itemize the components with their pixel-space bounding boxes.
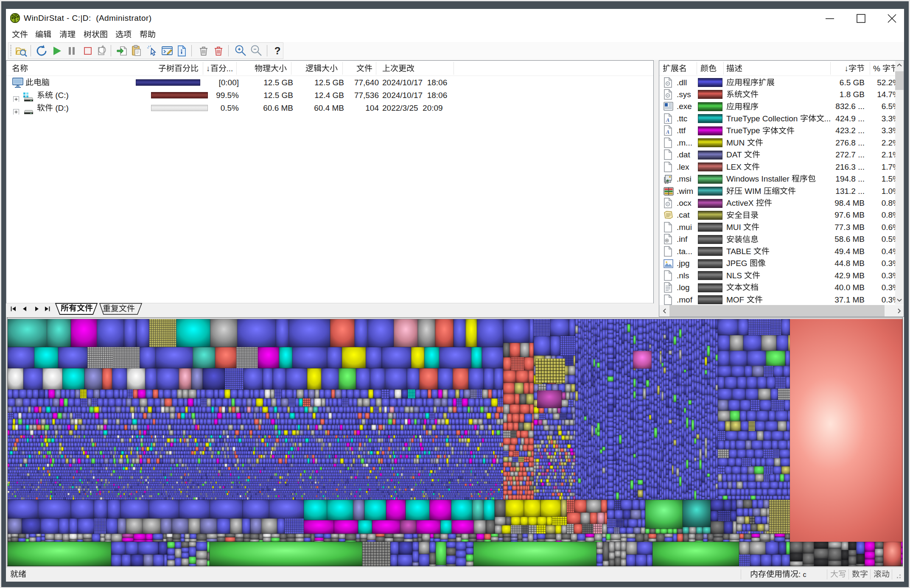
svg-text:15: 15 (664, 180, 669, 184)
svg-text:A: A (666, 129, 669, 135)
svg-text:A: A (666, 117, 669, 123)
